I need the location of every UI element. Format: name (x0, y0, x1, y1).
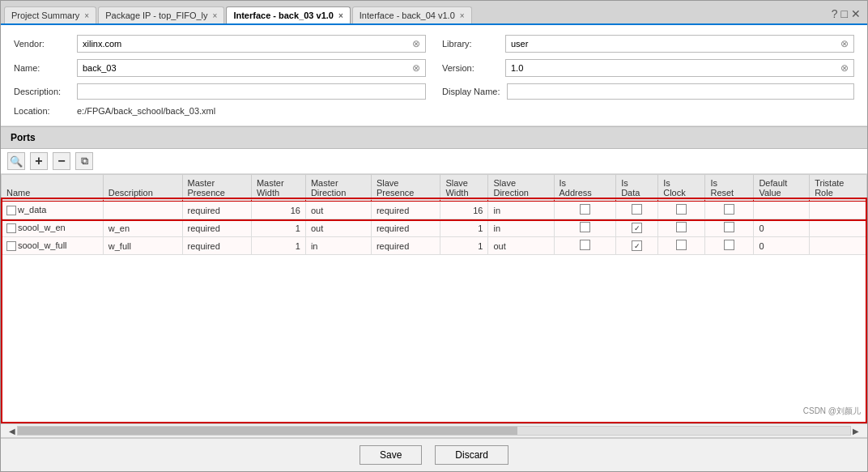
name-row: Name: ⊗ (14, 59, 426, 77)
description-input-wrapper (77, 83, 426, 100)
checkbox-is-data[interactable] (632, 240, 642, 251)
cell-is-reset[interactable] (705, 202, 754, 219)
checkbox-is-reset[interactable] (724, 222, 734, 232)
vendor-label: Vendor: (14, 39, 70, 49)
library-clear-btn[interactable]: ⊗ (840, 38, 849, 49)
cell-master-presence: required (182, 237, 251, 255)
h-scrollbar-thumb[interactable] (18, 427, 517, 435)
vendor-input[interactable] (83, 39, 412, 49)
tab-package-ip-close[interactable]: × (213, 11, 218, 20)
cell-is-address[interactable] (554, 219, 616, 237)
vendor-input-wrapper: ⊗ (77, 35, 426, 53)
display-name-row: Display Name: (442, 83, 854, 100)
copy-button[interactable]: ⧉ (75, 152, 93, 170)
version-input[interactable] (511, 63, 840, 73)
tab-interface-back04-close[interactable]: × (460, 11, 465, 20)
library-label: Library: (442, 39, 499, 49)
version-label: Version: (442, 63, 499, 73)
table-row[interactable]: soool_w_en w_en required 1 out required … (2, 219, 867, 237)
row-icon (6, 241, 16, 251)
library-input[interactable] (511, 39, 840, 49)
cell-is-data[interactable] (616, 202, 658, 219)
ports-header: Ports (1, 126, 867, 149)
scroll-right-btn[interactable]: ▶ (851, 427, 861, 436)
library-row: Library: ⊗ (442, 35, 854, 53)
tab-interface-back04[interactable]: Interface - back_04 v1.0 × (352, 6, 472, 23)
tab-project-summary[interactable]: Project Summary × (4, 6, 96, 23)
scroll-left-btn[interactable]: ◀ (7, 427, 17, 436)
description-input[interactable] (83, 87, 420, 96)
display-name-input[interactable] (513, 87, 849, 96)
table-header-row: Name Description MasterPresence MasterWi… (2, 175, 867, 202)
tab-project-summary-close[interactable]: × (84, 11, 89, 20)
cell-slave-presence: required (371, 219, 440, 237)
cell-name: soool_w_full (2, 237, 104, 255)
tab-package-ip-label: Package IP - top_FIFO_ly (105, 11, 207, 20)
checkbox-is-clock[interactable] (676, 222, 687, 232)
col-header-name: Name (2, 175, 104, 202)
app-window: Project Summary × Package IP - top_FIFO_… (0, 0, 868, 472)
cell-is-clock[interactable] (658, 219, 705, 237)
cell-slave-direction: in (488, 202, 554, 219)
cell-is-address[interactable] (554, 237, 616, 255)
watermark: CSDN @刘颜儿 (803, 406, 861, 417)
cell-is-reset[interactable] (705, 219, 754, 237)
name-clear-btn[interactable]: ⊗ (412, 62, 420, 74)
checkbox-is-data[interactable] (632, 204, 642, 215)
location-path: e:/FPGA/back_school/back_03.xml (77, 106, 215, 116)
cell-master-width: 1 (251, 219, 305, 237)
checkbox-is-reset[interactable] (724, 240, 734, 250)
col-header-master-presence: MasterPresence (182, 175, 251, 202)
checkbox-is-address[interactable] (580, 204, 590, 215)
cell-slave-direction: in (488, 219, 554, 237)
cell-master-direction: in (305, 237, 371, 255)
version-clear-btn[interactable]: ⊗ (840, 62, 849, 74)
tab-package-ip[interactable]: Package IP - top_FIFO_ly × (98, 6, 224, 23)
cell-is-clock[interactable] (658, 202, 705, 219)
name-input[interactable] (83, 63, 412, 73)
discard-button[interactable]: Discard (435, 445, 508, 465)
tab-interface-back03[interactable]: Interface - back_03 v1.0 × (226, 6, 350, 23)
cell-tristate-role (810, 237, 867, 255)
description-row: Description: (14, 83, 426, 100)
tab-controls: ? □ ✕ (828, 4, 864, 23)
col-header-master-direction: MasterDirection (305, 175, 371, 202)
remove-button[interactable]: − (53, 152, 70, 170)
cell-is-data[interactable] (616, 237, 658, 255)
vendor-row: Vendor: ⊗ (14, 35, 426, 53)
cell-master-presence: required (182, 219, 251, 237)
cell-is-reset[interactable] (705, 237, 754, 255)
minimize-icon[interactable]: □ (841, 7, 848, 20)
search-button[interactable]: 🔍 (7, 152, 25, 170)
checkbox-is-data[interactable] (632, 223, 642, 233)
checkbox-is-address[interactable] (580, 240, 590, 250)
name-label: Name: (14, 63, 70, 73)
table-row[interactable]: w_data required 16 out required 16 in (2, 202, 867, 219)
checkbox-is-reset[interactable] (724, 204, 734, 215)
cell-description: w_en (103, 219, 182, 237)
save-button[interactable]: Save (360, 445, 422, 465)
cell-default-value: 0 (754, 237, 810, 255)
add-button[interactable]: + (30, 152, 48, 170)
cell-slave-presence: required (371, 237, 440, 255)
checkbox-is-clock[interactable] (676, 240, 687, 250)
col-header-default-value: DefaultValue (754, 175, 810, 202)
vendor-clear-btn[interactable]: ⊗ (412, 38, 420, 49)
h-scrollbar[interactable] (17, 426, 851, 436)
close-icon[interactable]: ✕ (851, 7, 861, 20)
cell-slave-direction: out (488, 237, 554, 255)
cell-slave-width: 16 (440, 202, 488, 219)
col-header-tristate-role: TristateRole (810, 175, 867, 202)
table-row[interactable]: soool_w_full w_full required 1 in requir… (2, 237, 867, 255)
tab-project-summary-label: Project Summary (11, 11, 79, 20)
cell-master-width: 16 (251, 202, 305, 219)
checkbox-is-clock[interactable] (676, 204, 687, 215)
cell-is-address[interactable] (554, 202, 616, 219)
checkbox-is-address[interactable] (580, 222, 590, 232)
help-icon[interactable]: ? (832, 7, 838, 20)
cell-is-clock[interactable] (658, 237, 705, 255)
form-area: Vendor: ⊗ Library: ⊗ Name: ⊗ (1, 25, 867, 126)
cell-is-data[interactable] (616, 219, 658, 237)
description-label: Description: (14, 87, 70, 96)
tab-interface-back03-close[interactable]: × (338, 11, 343, 20)
